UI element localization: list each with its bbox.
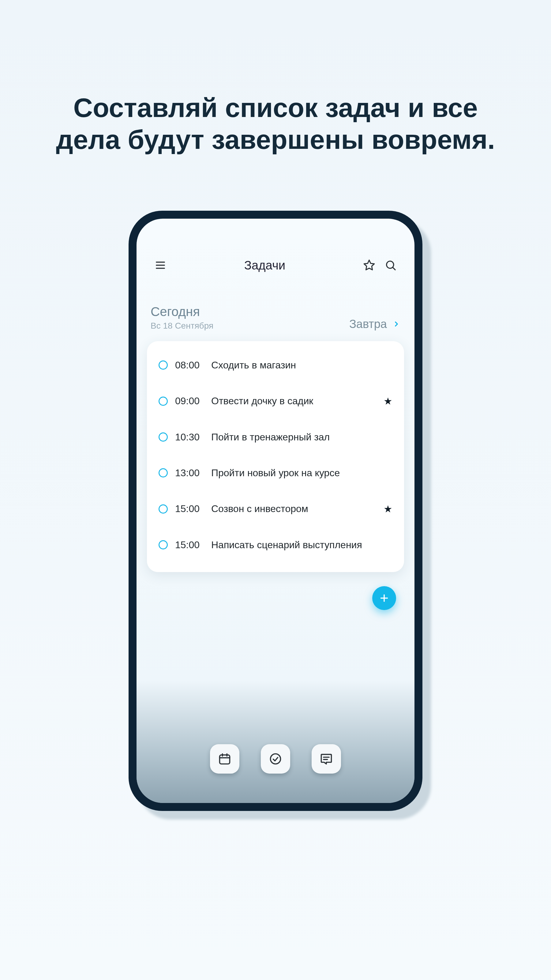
today-block: Сегодня Вс 18 Сентября — [151, 304, 213, 331]
task-time: 10:30 — [175, 431, 204, 443]
task-title: Отвести дочку в садик — [211, 395, 376, 407]
search-icon — [384, 259, 397, 271]
add-task-fab[interactable] — [372, 586, 396, 610]
task-time: 08:00 — [175, 360, 204, 371]
task-checkbox[interactable] — [159, 540, 168, 549]
task-time: 13:00 — [175, 467, 204, 479]
task-title: Сходить в магазин — [211, 360, 392, 371]
phone-frame: Задачи Сегодня Вс 18 Сентября Завтра — [129, 211, 422, 811]
svg-point-12 — [271, 754, 281, 764]
today-label: Сегодня — [151, 304, 213, 319]
star-filled-icon: ★ — [384, 395, 392, 407]
calendar-icon — [218, 752, 232, 766]
menu-button[interactable] — [154, 259, 167, 271]
task-row[interactable]: 13:00 Пройти новый урок на курсе — [147, 455, 404, 491]
tomorrow-button[interactable]: Завтра — [349, 318, 400, 331]
star-outline-icon — [363, 259, 375, 271]
bottom-nav — [137, 744, 414, 773]
top-bar: Задачи — [137, 258, 414, 272]
task-checkbox[interactable] — [159, 396, 168, 406]
svg-rect-8 — [220, 755, 230, 764]
marketing-headline: Составляй список задач и все дела будут … — [46, 92, 505, 156]
task-row[interactable]: 10:30 Пойти в тренажерный зал — [147, 419, 404, 455]
task-title: Созвон с инвестором — [211, 503, 376, 514]
task-time: 15:00 — [175, 503, 204, 514]
chevron-right-icon — [392, 320, 400, 328]
today-date: Вс 18 Сентября — [151, 321, 213, 331]
screen-title: Задачи — [167, 258, 363, 272]
task-checkbox[interactable] — [159, 433, 168, 442]
star-filled-icon: ★ — [384, 503, 392, 515]
task-row[interactable]: 15:00 Созвон с инвестором ★ — [147, 491, 404, 527]
nav-calendar-button[interactable] — [210, 744, 240, 773]
tomorrow-label: Завтра — [349, 318, 387, 331]
task-time: 15:00 — [175, 539, 204, 550]
search-button[interactable] — [384, 259, 397, 271]
task-row[interactable]: 15:00 Написать сценарий выступления — [147, 527, 404, 563]
date-row: Сегодня Вс 18 Сентября Завтра — [137, 304, 414, 331]
task-row[interactable]: 09:00 Отвести дочку в садик ★ — [147, 383, 404, 419]
hamburger-icon — [154, 259, 167, 271]
task-checkbox[interactable] — [159, 360, 168, 370]
favorites-button[interactable] — [363, 259, 375, 271]
nav-tasks-button[interactable] — [261, 744, 290, 773]
task-title: Пройти новый урок на курсе — [211, 467, 392, 479]
task-title: Пойти в тренажерный зал — [211, 431, 392, 443]
phone-mockup: Задачи Сегодня Вс 18 Сентября Завтра — [129, 211, 422, 811]
task-title: Написать сценарий выступления — [211, 539, 392, 550]
task-checkbox[interactable] — [159, 468, 168, 477]
nav-notes-button[interactable] — [311, 744, 341, 773]
svg-marker-3 — [364, 260, 374, 270]
phone-screen: Задачи Сегодня Вс 18 Сентября Завтра — [137, 219, 414, 803]
message-icon — [319, 752, 333, 766]
check-circle-icon — [269, 752, 282, 766]
svg-line-5 — [393, 267, 395, 270]
task-row[interactable]: 08:00 Сходить в магазин — [147, 347, 404, 383]
task-checkbox[interactable] — [159, 504, 168, 514]
task-time: 09:00 — [175, 395, 204, 407]
plus-icon — [379, 593, 390, 604]
task-list-card: 08:00 Сходить в магазин 09:00 Отвести до… — [147, 341, 404, 572]
